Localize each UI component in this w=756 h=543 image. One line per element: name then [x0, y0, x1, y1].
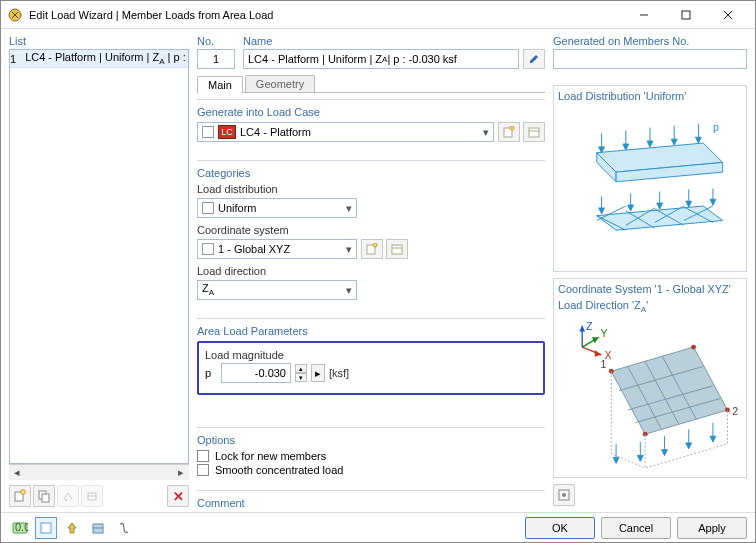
svg-marker-51 — [599, 208, 605, 214]
svg-marker-39 — [696, 137, 702, 143]
ok-button[interactable]: OK — [525, 517, 595, 539]
svg-text:p: p — [713, 121, 719, 133]
highlighted-area-box: Load magnitude p ▴▾ ▸ [ksf] — [197, 341, 545, 395]
direction-combo[interactable]: ZA ▾ — [197, 280, 357, 300]
list-button-3[interactable] — [57, 485, 79, 507]
magnitude-unit: [ksf] — [329, 367, 349, 379]
tab-geometry[interactable]: Geometry — [245, 75, 315, 92]
list-item-number: 1 — [10, 53, 19, 65]
smooth-checkbox[interactable] — [197, 464, 209, 476]
cs-checkbox[interactable] — [202, 243, 214, 255]
load-case-value: LC4 - Platform — [240, 126, 311, 138]
lc-badge: LC — [218, 125, 236, 139]
tab-main[interactable]: Main — [197, 76, 243, 93]
close-window-button[interactable] — [707, 1, 749, 28]
new-load-case-button[interactable] — [498, 122, 520, 142]
list-hscrollbar[interactable]: ◂ ▸ — [9, 464, 189, 480]
wizard-list[interactable]: 1 LC4 - Platform | Uniform | ZA | p : -0… — [9, 49, 189, 464]
svg-marker-37 — [671, 139, 677, 145]
svg-text:1: 1 — [601, 358, 607, 370]
magnitude-input[interactable] — [221, 363, 291, 383]
new-cs-button[interactable] — [361, 239, 383, 259]
chevron-down-icon: ▾ — [346, 202, 352, 215]
svg-marker-83 — [613, 457, 619, 463]
footer-display-icon[interactable] — [35, 517, 57, 539]
apply-button[interactable]: Apply — [677, 517, 747, 539]
options-heading: Options — [197, 434, 545, 446]
magnitude-pick-button[interactable]: ▸ — [311, 364, 325, 382]
chevron-down-icon: ▾ — [346, 284, 352, 297]
svg-rect-2 — [682, 11, 690, 19]
cs-combo[interactable]: 1 - Global XYZ ▾ — [197, 239, 357, 259]
preview-settings-button[interactable] — [553, 484, 575, 506]
scroll-right-button[interactable]: ▸ — [173, 465, 189, 481]
no-field[interactable]: 1 — [197, 49, 235, 69]
lock-checkbox[interactable] — [197, 450, 209, 462]
svg-point-77 — [691, 345, 696, 350]
load-case-library-button[interactable] — [523, 122, 545, 142]
generated-on-field[interactable] — [553, 49, 747, 69]
smooth-checkbox-row[interactable]: Smooth concentrated load — [197, 464, 545, 476]
distribution-label: Load distribution — [197, 183, 545, 195]
copy-item-button[interactable] — [33, 485, 55, 507]
svg-point-13 — [65, 499, 67, 501]
load-case-combo[interactable]: LC LC4 - Platform ▾ — [197, 122, 494, 142]
distribution-combo[interactable]: Uniform ▾ — [197, 198, 357, 218]
footer-icon-3[interactable] — [61, 517, 83, 539]
svg-marker-35 — [647, 141, 653, 147]
list-item[interactable]: 1 LC4 - Platform | Uniform | ZA | p : -0… — [10, 50, 188, 68]
delete-item-button[interactable]: ✕ — [167, 485, 189, 507]
svg-text:0.00: 0.00 — [15, 521, 28, 533]
svg-point-17 — [510, 126, 514, 130]
generate-heading: Generate into Load Case — [197, 106, 545, 118]
dialog-window: Edit Load Wizard | Member Loads from Are… — [0, 0, 756, 543]
svg-marker-87 — [662, 450, 668, 456]
load-case-checkbox[interactable] — [202, 126, 214, 138]
footer-icon-4[interactable] — [87, 517, 109, 539]
categories-heading: Categories — [197, 167, 545, 179]
maximize-button[interactable] — [665, 1, 707, 28]
svg-point-94 — [562, 493, 566, 497]
lock-checkbox-row[interactable]: Lock for new members — [197, 450, 545, 462]
footer-units-icon[interactable]: 0.00 — [9, 517, 31, 539]
scroll-left-button[interactable]: ◂ — [9, 465, 25, 481]
svg-text:Y: Y — [601, 327, 608, 339]
magnitude-label: Load magnitude — [205, 349, 537, 361]
cs-preview: Coordinate System '1 - Global XYZ' Load … — [553, 278, 747, 478]
cancel-button[interactable]: Cancel — [601, 517, 671, 539]
direction-label: Load direction — [197, 265, 545, 277]
cs-diagram: Z Y X — [558, 318, 742, 473]
smooth-label: Smooth concentrated load — [215, 464, 343, 476]
footer-script-icon[interactable] — [113, 517, 135, 539]
minimize-button[interactable] — [623, 1, 665, 28]
cs-library-button[interactable] — [386, 239, 408, 259]
distribution-diagram: p — [558, 114, 742, 259]
svg-rect-97 — [41, 523, 51, 533]
magnitude-spinner[interactable]: ▴▾ — [295, 364, 307, 382]
tab-bar: Main Geometry — [197, 75, 545, 93]
name-field[interactable]: LC4 - Platform | Uniform | ZA | p : -0.0… — [243, 49, 519, 69]
svg-marker-85 — [637, 456, 643, 462]
list-button-4[interactable] — [81, 485, 103, 507]
lock-label: Lock for new members — [215, 450, 326, 462]
svg-marker-67 — [595, 350, 602, 357]
svg-rect-18 — [529, 128, 539, 137]
area-params-heading: Area Load Parameters — [197, 325, 545, 337]
svg-marker-55 — [657, 203, 663, 209]
distribution-preview-title: Load Distribution 'Uniform' — [558, 90, 742, 102]
edit-name-button[interactable] — [523, 49, 545, 69]
new-item-button[interactable] — [9, 485, 31, 507]
titlebar[interactable]: Edit Load Wizard | Member Loads from Are… — [1, 1, 755, 29]
list-item-label: LC4 - Platform | Uniform | ZA | p : -0.0… — [23, 51, 189, 66]
distribution-checkbox[interactable] — [202, 202, 214, 214]
direction-value: ZA — [202, 282, 214, 297]
cs-value: 1 - Global XYZ — [218, 243, 290, 255]
svg-rect-22 — [392, 245, 402, 254]
p-label: p — [205, 367, 217, 379]
no-label: No. — [197, 35, 235, 47]
cs-preview-title1: Coordinate System '1 - Global XYZ' — [558, 283, 742, 295]
svg-marker-69 — [611, 347, 727, 434]
svg-rect-12 — [42, 494, 49, 502]
svg-marker-89 — [686, 443, 692, 449]
svg-marker-57 — [686, 201, 692, 207]
